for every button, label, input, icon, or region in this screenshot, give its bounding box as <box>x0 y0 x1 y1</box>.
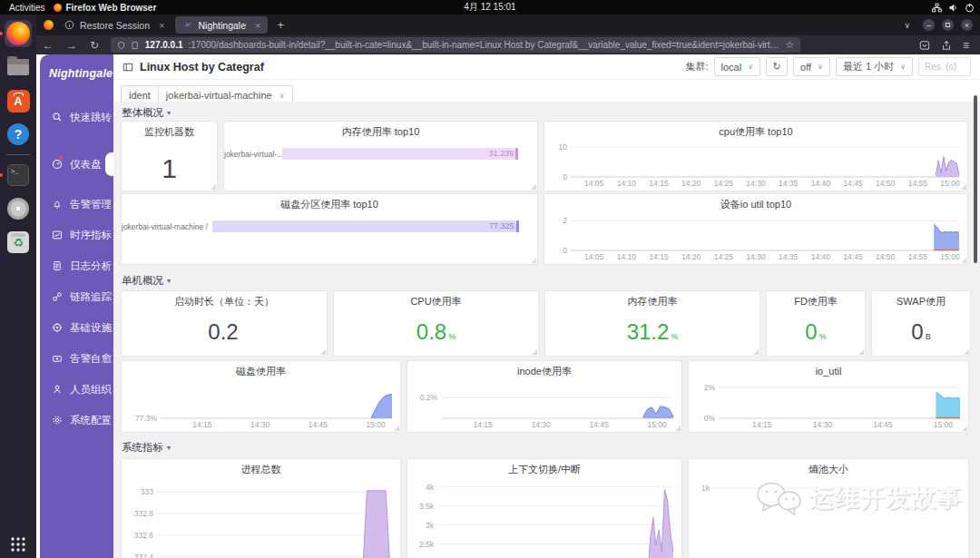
refresh-interval-select[interactable]: off∨ <box>793 57 830 76</box>
sidebar-item-alert-mgmt[interactable]: 告警管理 <box>40 194 113 214</box>
back-icon[interactable]: ← <box>43 39 54 52</box>
panel-resize-handle[interactable] <box>532 349 537 355</box>
list-tabs-icon[interactable]: ∨ <box>904 21 910 30</box>
sidebar-item-metrics[interactable]: 时序指标 <box>40 225 113 245</box>
dock-files[interactable] <box>5 54 32 81</box>
sidebar-item-settings[interactable]: 系统配置 <box>40 410 113 430</box>
firefox-view-button[interactable] <box>44 20 54 30</box>
dashboard-canvas: 整体概况▾ 监控机器数 1 内存使用率 top10 jokerbai-virtu… <box>113 102 980 558</box>
bookmark-star-icon[interactable]: ☆ <box>785 39 794 51</box>
collapse-sidebar-icon[interactable] <box>122 62 133 73</box>
dock-firefox[interactable] <box>5 20 32 47</box>
dock-cd[interactable] <box>5 195 32 222</box>
panel-resize-handle[interactable] <box>964 349 969 355</box>
share-icon[interactable] <box>941 40 952 51</box>
panel-process-count[interactable]: 进程总数 333332.8332.6332.4 <box>121 458 401 558</box>
cluster-select[interactable]: local∨ <box>714 57 760 76</box>
page-info-icon[interactable] <box>131 41 139 50</box>
process-count-chart[interactable]: 333332.8332.6332.4 <box>124 478 397 558</box>
resolution-input[interactable] <box>918 57 971 76</box>
devio-top10-chart[interactable]: 2014:0514:1014:1514:2014:2514:3014:3514:… <box>547 213 965 262</box>
power-icon <box>965 3 975 13</box>
panel-mem-top10[interactable]: 内存使用率 top10 jokerbai-virtual-... 31.239 <box>223 121 538 191</box>
section-overview[interactable]: 整体概况▾ <box>122 106 171 120</box>
url-bar[interactable]: 127.0.0.1:17000/dashboards-built-in/deta… <box>111 37 800 53</box>
sidebar-item-people[interactable]: 人员组织 <box>40 379 113 399</box>
dock-app-grid[interactable] <box>5 531 32 558</box>
sidebar-item-self-healing[interactable]: 告警自愈 <box>40 348 113 368</box>
top10-bar-row[interactable]: jokerbai-virtual-machine / 77.325 <box>122 220 537 232</box>
panel-io-util[interactable]: io_util 2%0%14:1514:3014:4515:00 <box>688 360 969 433</box>
dock-terminal[interactable]: >_ <box>5 162 32 189</box>
panel-entropy-pool[interactable]: 熵池大小 1k <box>688 458 969 558</box>
menu-hamburger-icon[interactable]: ≡ <box>963 39 969 52</box>
close-button[interactable]: × <box>961 19 973 31</box>
tab-nightingale[interactable]: Nightingale × <box>175 16 268 34</box>
panel-devio-top10[interactable]: 设备io util top10 2014:0514:1014:1514:2014… <box>544 193 968 265</box>
sidebar-item-dashboard[interactable]: 仪表盘 <box>40 154 113 174</box>
panel-resize-handle[interactable] <box>961 184 966 190</box>
shield-icon[interactable] <box>117 41 125 50</box>
self-heal-icon <box>52 353 63 364</box>
entropy-pool-chart[interactable]: 1k <box>691 478 965 558</box>
firefox-mini-icon <box>54 4 62 12</box>
panel-swap-usage[interactable]: SWAP使用 0B <box>871 290 971 357</box>
inode-usage-chart[interactable]: 0.2%14:1514:3014:4515:00 <box>410 380 679 430</box>
clock[interactable]: 4月 12 15:01 <box>464 0 515 15</box>
panel-resize-handle[interactable] <box>753 349 759 355</box>
tab-close-icon[interactable]: × <box>159 20 164 31</box>
sidebar-item-tracing[interactable]: 链路追踪 <box>40 287 113 307</box>
panel-context-switches[interactable]: 上下文切换/中断 4k3.5k3k2.5k <box>407 458 682 558</box>
panel-resize-handle[interactable] <box>394 426 399 431</box>
forward-icon[interactable]: → <box>66 39 77 52</box>
svg-text:2%: 2% <box>704 383 716 392</box>
panel-mem-usage[interactable]: 内存使用率 31.2% <box>544 290 760 357</box>
svg-text:14:45: 14:45 <box>843 252 863 261</box>
tab-restore-session[interactable]: Restore Session × <box>57 16 172 34</box>
panel-title: CPU使用率 <box>334 291 538 309</box>
panel-resize-handle[interactable] <box>961 258 966 263</box>
panel-machine-count[interactable]: 监控机器数 1 <box>121 121 218 191</box>
svg-text:14:50: 14:50 <box>876 252 896 261</box>
cpu-top10-chart[interactable]: 10014:0514:1014:1514:2014:2514:3014:3514… <box>547 141 965 189</box>
panel-inode-usage[interactable]: inode使用率 0.2%14:1514:3014:4515:00 <box>407 360 682 433</box>
section-single-host[interactable]: 单机概况▾ <box>122 274 171 288</box>
sidebar-item-quick-jump[interactable]: 快速跳转 <box>40 107 113 127</box>
panel-resize-handle[interactable] <box>531 184 536 190</box>
panel-resize-handle[interactable] <box>531 258 536 263</box>
panel-resize-handle[interactable] <box>211 184 216 190</box>
context-switch-chart[interactable]: 4k3.5k3k2.5k <box>410 478 679 558</box>
panel-cpu-usage[interactable]: CPU使用率 0.8% <box>333 290 539 357</box>
panel-resize-handle[interactable] <box>858 349 864 355</box>
focused-app-menu[interactable]: Firefox Web Browser <box>54 3 156 13</box>
dock-trash[interactable]: ♻ <box>5 229 32 256</box>
panel-resize-handle[interactable] <box>320 349 326 355</box>
minimize-button[interactable]: – <box>923 19 935 31</box>
panel-resize-handle[interactable] <box>675 426 681 431</box>
panel-disk-usage-chart[interactable]: 磁盘使用率 77.3%14:1514:3014:4515:00 <box>121 360 401 433</box>
time-range-select[interactable]: 最近 1 小时∨ <box>836 57 913 76</box>
sidebar-item-infrastructure[interactable]: 基础设施 <box>40 318 113 338</box>
pocket-icon[interactable] <box>919 40 930 51</box>
maximize-button[interactable] <box>942 19 954 31</box>
sidebar-item-logs[interactable]: 日志分析 <box>40 256 113 276</box>
panel-cpu-top10[interactable]: cpu使用率 top10 10014:0514:1014:1514:2014:2… <box>544 121 968 191</box>
disk-usage-chart[interactable]: 77.3%14:1514:3014:4515:00 <box>124 380 397 430</box>
refresh-button[interactable]: ↻ <box>766 57 788 76</box>
panel-disk-top10[interactable]: 磁盘分区使用率 top10 jokerbai-virtual-machine /… <box>121 193 538 265</box>
dock-help[interactable]: ? <box>5 121 32 148</box>
tab-close-icon[interactable]: × <box>255 20 260 31</box>
panel-resize-handle[interactable] <box>962 426 967 431</box>
activities-button[interactable]: Activities <box>0 3 54 13</box>
nightingale-logo[interactable]: Nightingale <box>40 54 113 80</box>
panel-fd-usage[interactable]: FD使用率 0% <box>766 290 866 357</box>
dock-ubuntu-software[interactable]: A <box>5 87 32 114</box>
section-system-metrics[interactable]: 系统指标▾ <box>122 441 171 455</box>
new-tab-button[interactable]: + <box>277 18 284 32</box>
system-status-icons[interactable] <box>932 0 975 15</box>
panel-uptime[interactable]: 启动时长（单位：天） 0.2 <box>121 290 328 357</box>
reload-icon[interactable]: ↻ <box>90 39 99 52</box>
io-util-chart[interactable]: 2%0%14:1514:3014:4515:00 <box>691 380 965 430</box>
scrollbar[interactable] <box>974 95 977 263</box>
top10-bar-row[interactable]: jokerbai-virtual-... 31.239 <box>224 148 537 160</box>
